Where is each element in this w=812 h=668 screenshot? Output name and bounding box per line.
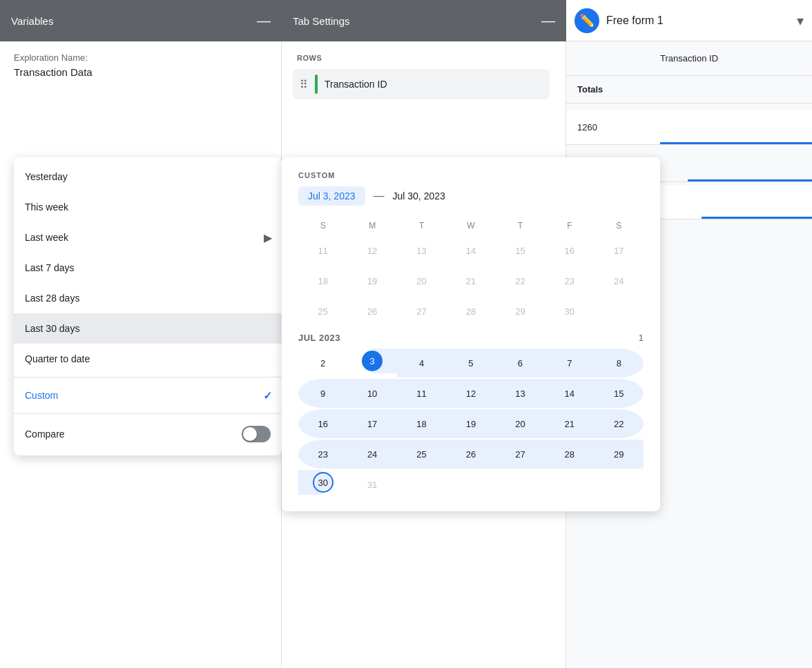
- jul-12[interactable]: 12: [446, 379, 495, 408]
- start-date-chip[interactable]: Jul 3, 2023: [298, 186, 365, 206]
- cal-cell-prev-28[interactable]: 28: [446, 297, 495, 326]
- cal-cell-prev-17[interactable]: 17: [594, 236, 644, 265]
- jul-31[interactable]: 31: [347, 470, 396, 499]
- cal-cell-prev-19[interactable]: 19: [347, 266, 396, 295]
- jul-11[interactable]: 11: [397, 379, 446, 408]
- dow-f: F: [545, 218, 594, 233]
- jul-empty-4: [545, 470, 594, 499]
- dropdown-item-last-30-days[interactable]: Last 30 days: [14, 313, 282, 344]
- days-of-week-row: S M T W T F S: [298, 218, 644, 233]
- report-bar-2: [702, 217, 812, 219]
- totals-label: Totals: [577, 84, 603, 95]
- dropdown-item-quarter-to-date[interactable]: Quarter to date: [14, 344, 282, 374]
- variables-minimize[interactable]: —: [257, 13, 271, 29]
- jul-27[interactable]: 27: [496, 440, 545, 469]
- jul-4[interactable]: 4: [397, 348, 446, 377]
- cal-cell-prev-23[interactable]: 23: [545, 266, 594, 295]
- jul-19[interactable]: 19: [446, 409, 495, 438]
- jul-week-3: 16 17 18 19 20 21 22: [298, 409, 644, 438]
- jul-15[interactable]: 15: [594, 379, 644, 408]
- free-form-title: Free form 1: [606, 14, 790, 27]
- jul-16[interactable]: 16: [298, 409, 347, 438]
- custom-label: CUSTOM: [298, 171, 644, 179]
- jul-2[interactable]: 2: [298, 348, 347, 377]
- jul-20[interactable]: 20: [496, 409, 545, 438]
- rows-item: ⠿ Transaction ID: [293, 69, 550, 99]
- dow-s2: S: [594, 218, 644, 233]
- jul-7[interactable]: 7: [545, 348, 594, 377]
- jul-21[interactable]: 21: [545, 409, 594, 438]
- exploration-value: Transaction Data: [14, 66, 93, 78]
- cal-cell-prev-18[interactable]: 18: [298, 266, 347, 295]
- cal-cell-prev-11[interactable]: 11: [298, 236, 347, 265]
- jul-empty-3: [496, 470, 545, 499]
- arrow-right-icon: ▶: [264, 231, 272, 244]
- jul-week-4: 23 24 25 26 27 28 29: [298, 440, 644, 469]
- dropdown-item-yesterday[interactable]: Yesterday: [14, 161, 282, 192]
- jul-empty-1: [397, 470, 446, 499]
- tab-settings-minimize[interactable]: —: [541, 13, 555, 29]
- prev-month-grid: S M T W T F S 11 12 13 14 15 16 17 18 19…: [298, 218, 644, 326]
- jul-25[interactable]: 25: [397, 440, 446, 469]
- jul-5[interactable]: 5: [446, 348, 495, 377]
- dropdown-divider: [14, 377, 282, 377]
- exploration-label: Exploration Name:: [14, 52, 88, 63]
- jul-13[interactable]: 13: [496, 379, 545, 408]
- jul-6[interactable]: 6: [496, 348, 545, 377]
- toggle-knob: [243, 427, 257, 441]
- jul-28[interactable]: 28: [545, 440, 594, 469]
- cal-cell-prev-25[interactable]: 25: [298, 297, 347, 326]
- dow-t2: T: [496, 218, 545, 233]
- jul-18[interactable]: 18: [397, 409, 446, 438]
- cal-cell-prev-14[interactable]: 14: [446, 236, 495, 265]
- cal-cell-prev-26[interactable]: 26: [347, 297, 396, 326]
- chevron-down-icon[interactable]: ▾: [797, 12, 804, 29]
- cal-cell-prev-29[interactable]: 29: [496, 297, 545, 326]
- jul-22[interactable]: 22: [594, 409, 644, 438]
- cal-cell-prev-12[interactable]: 12: [347, 236, 396, 265]
- prev-week-2: 18 19 20 21 22 23 24: [298, 266, 644, 295]
- jul-29[interactable]: 29: [594, 440, 644, 469]
- date-range-row: Jul 3, 2023 — Jul 30, 2023: [298, 186, 644, 206]
- end-date[interactable]: Jul 30, 2023: [393, 190, 445, 202]
- date-range-dropdown: Yesterday This week Last week ▶ Last 7 d…: [14, 157, 282, 455]
- compare-toggle[interactable]: [242, 426, 271, 442]
- cal-cell-prev-24[interactable]: 24: [594, 266, 644, 295]
- cal-cell-prev-13[interactable]: 13: [397, 236, 446, 265]
- report-row-value-0: 1260: [577, 122, 597, 132]
- jul-30[interactable]: 30: [298, 470, 347, 499]
- jul-9[interactable]: 9: [298, 379, 347, 408]
- jul-24[interactable]: 24: [347, 440, 396, 469]
- calendar-picker: CUSTOM Jul 3, 2023 — Jul 30, 2023 S M T …: [282, 157, 660, 511]
- report-bar-0: [660, 142, 812, 144]
- cal-cell-prev-30[interactable]: 30: [545, 297, 594, 326]
- dropdown-item-this-week[interactable]: This week: [14, 192, 282, 222]
- cal-cell-empty: [594, 297, 644, 326]
- dow-t: T: [397, 218, 446, 233]
- jul-14[interactable]: 14: [545, 379, 594, 408]
- dropdown-item-last-28-days[interactable]: Last 28 days: [14, 283, 282, 313]
- jul-first-day[interactable]: 1: [639, 333, 644, 343]
- cal-cell-prev-22[interactable]: 22: [496, 266, 545, 295]
- jul-23[interactable]: 23: [298, 440, 347, 469]
- jul-26[interactable]: 26: [446, 440, 495, 469]
- variables-title: Variables: [11, 15, 53, 27]
- dropdown-item-last-7-days[interactable]: Last 7 days: [14, 253, 282, 283]
- dropdown-divider-2: [14, 413, 282, 414]
- cal-cell-prev-16[interactable]: 16: [545, 236, 594, 265]
- cal-cell-prev-15[interactable]: 15: [496, 236, 545, 265]
- tab-settings-header: Tab Settings —: [282, 0, 566, 41]
- cal-cell-prev-21[interactable]: 21: [446, 266, 495, 295]
- jul-8[interactable]: 8: [594, 348, 644, 377]
- dropdown-item-last-week[interactable]: Last week ▶: [14, 222, 282, 253]
- dow-m: M: [347, 218, 396, 233]
- cal-cell-prev-27[interactable]: 27: [397, 297, 446, 326]
- dropdown-item-custom[interactable]: Custom ✓: [14, 380, 282, 411]
- jul-17[interactable]: 17: [347, 409, 396, 438]
- jul-10[interactable]: 10: [347, 379, 396, 408]
- col-header-text: Transaction ID: [660, 53, 718, 63]
- dow-s: S: [298, 218, 347, 233]
- variables-header: Variables —: [0, 0, 282, 41]
- jul-3[interactable]: 3: [347, 348, 396, 377]
- cal-cell-prev-20[interactable]: 20: [397, 266, 446, 295]
